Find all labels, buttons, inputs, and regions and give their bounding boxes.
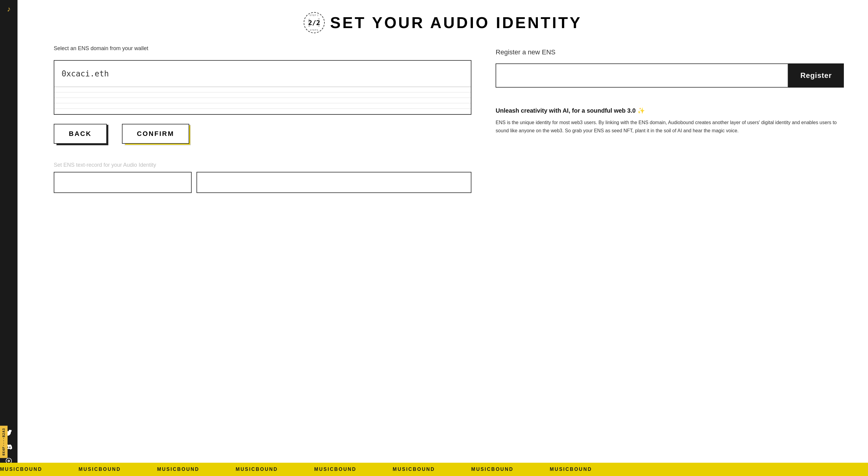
ens-record-label: Set ENS text-record for your Audio Ident… xyxy=(54,162,471,168)
address-badge: 0X4F····B2A3 xyxy=(0,425,7,458)
page-header: STEP 2 STEP 2 STEPS STEPS 2/2 SET YOUR A… xyxy=(18,0,868,39)
info-title: Unleash creativity with AI, for a soundf… xyxy=(496,107,844,114)
step-label-right: STEP 2 xyxy=(317,18,320,27)
ens-option-row-5 xyxy=(54,109,471,114)
ens-record-input-small[interactable] xyxy=(54,172,192,193)
step-label-left: STEPS xyxy=(308,19,310,27)
page-title: SET YOUR AUDIO IDENTITY xyxy=(330,13,582,32)
ens-record-input-main[interactable] xyxy=(196,172,471,193)
register-label: Register a new ENS xyxy=(496,48,844,56)
content-area: Select an ENS domain from your wallet 0x… xyxy=(18,39,868,458)
step-label-bottom: STEPS xyxy=(310,29,318,31)
step-label-top: STEP 2 xyxy=(310,14,319,16)
ens-option-row-4 xyxy=(54,103,471,109)
ens-option-row-2 xyxy=(54,92,471,98)
ticker-item-4: MUSICBOUND xyxy=(236,467,278,472)
ticker-item-1: MUSICBOUND xyxy=(0,467,42,472)
confirm-button[interactable]: CONFIRM xyxy=(122,124,189,144)
ticker-item-2: MUSICBOUND xyxy=(79,467,121,472)
logo-icon: ♪ xyxy=(7,5,10,13)
ens-section-label: Select an ENS domain from your wallet xyxy=(54,45,471,52)
right-column: Register a new ENS Register Unleash crea… xyxy=(496,45,844,458)
ens-option-row-1 xyxy=(54,87,471,92)
ens-dropdown[interactable]: 0xcaci.eth xyxy=(54,60,471,115)
sidebar: ♪ xyxy=(0,0,18,476)
register-input[interactable] xyxy=(496,63,788,88)
step-indicator: STEP 2 STEP 2 STEPS STEPS 2/2 xyxy=(304,12,325,33)
register-row: Register xyxy=(496,63,844,88)
action-buttons: BACK CONFIRM xyxy=(54,124,471,144)
main-content: STEP 2 STEP 2 STEPS STEPS 2/2 SET YOUR A… xyxy=(18,0,868,476)
ticker-item-3: MUSICBOUND xyxy=(157,467,199,472)
left-column: Select an ENS domain from your wallet 0x… xyxy=(54,45,471,458)
register-button[interactable]: Register xyxy=(788,63,844,88)
ticker-item-8: MUSICBOUND xyxy=(550,467,592,472)
back-button[interactable]: BACK xyxy=(54,124,107,144)
ens-record-inputs xyxy=(54,172,471,193)
ticker-item-7: MUSICBOUND xyxy=(471,467,514,472)
ens-selected-value: 0xcaci.eth xyxy=(54,61,471,87)
bottom-ticker: MUSICBOUND MUSICBOUND MUSICBOUND MUSICBO… xyxy=(0,463,868,476)
ens-option-row-3 xyxy=(54,98,471,103)
ticker-item-6: MUSICBOUND xyxy=(393,467,435,472)
ticker-content: MUSICBOUND MUSICBOUND MUSICBOUND MUSICBO… xyxy=(0,467,592,472)
ens-record-section: Set ENS text-record for your Audio Ident… xyxy=(54,162,471,193)
info-text: ENS is the unique identity for most web3… xyxy=(496,118,844,135)
svg-point-2 xyxy=(8,460,9,462)
info-section: Unleash creativity with AI, for a soundf… xyxy=(496,107,844,135)
ens-options-list xyxy=(54,87,471,114)
ticker-item-5: MUSICBOUND xyxy=(314,467,356,472)
